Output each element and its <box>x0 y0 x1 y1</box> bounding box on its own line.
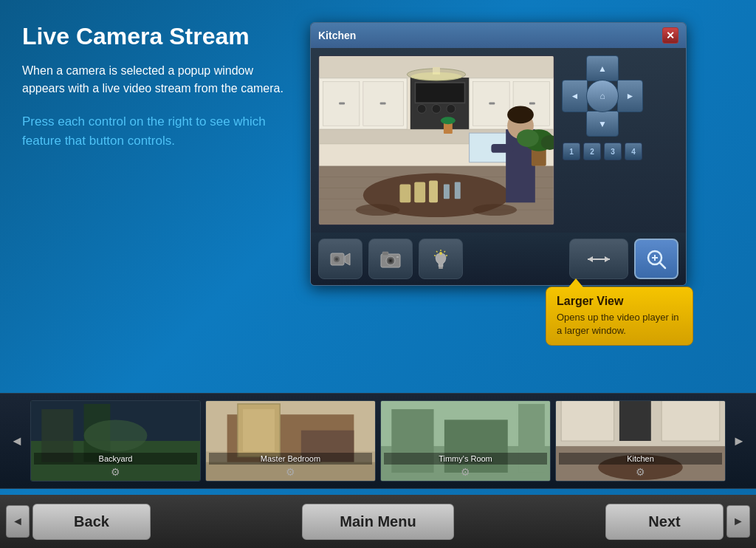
page-title: Live Camera Stream <box>22 22 295 50</box>
next-next-arrow[interactable]: ► <box>726 505 750 538</box>
svg-rect-29 <box>429 181 438 203</box>
svg-line-60 <box>444 251 446 253</box>
ptz-up-button[interactable]: ▲ <box>586 55 619 81</box>
tooltip: Larger View Opens up the video player in… <box>546 287 693 346</box>
svg-rect-30 <box>444 184 450 199</box>
svg-rect-31 <box>455 182 461 199</box>
svg-point-33 <box>473 204 517 216</box>
svg-point-55 <box>390 259 392 261</box>
svg-point-76 <box>84 419 148 451</box>
description-text: When a camera is selected a popup window… <box>22 62 295 97</box>
camera-thumbnail-kitchen[interactable]: Kitchen ⚙ <box>555 400 726 482</box>
ptz-controls: ▲ ▼ ◄ ► ⌂ 1 2 3 4 <box>562 55 643 225</box>
preset-buttons: 1 2 3 4 <box>563 143 642 160</box>
svg-rect-7 <box>380 102 386 104</box>
svg-rect-27 <box>399 184 410 202</box>
svg-point-50 <box>335 258 338 261</box>
svg-point-11 <box>417 104 426 113</box>
thumbnail-label-backyard: Backyard <box>34 453 197 465</box>
svg-point-45 <box>517 129 539 147</box>
ptz-left-button[interactable]: ◄ <box>562 80 588 112</box>
light-button[interactable] <box>419 239 463 279</box>
thumbnail-icon-master-bedroom: ⚙ <box>286 466 295 478</box>
tooltip-title: Larger View <box>557 295 682 308</box>
preset-2-button[interactable]: 2 <box>583 143 601 160</box>
preset-3-button[interactable]: 3 <box>604 143 622 160</box>
popup-toolbar: Larger View Opens up the video player in… <box>311 233 686 285</box>
svg-line-68 <box>660 262 666 268</box>
dpad: ▲ ▼ ◄ ► ⌂ <box>562 55 643 137</box>
svg-rect-10 <box>416 83 464 103</box>
svg-marker-66 <box>605 256 610 262</box>
zoom-button[interactable] <box>634 239 678 279</box>
instruction-text: Press each control on the right to see w… <box>22 112 295 150</box>
strip-left-arrow[interactable]: ◄ <box>6 394 28 488</box>
thumbnail-label-master-bedroom: Master Bedroom <box>209 453 372 465</box>
record-button[interactable] <box>318 239 362 279</box>
svg-point-32 <box>356 204 399 216</box>
svg-point-42 <box>410 72 461 81</box>
back-prev-arrow[interactable]: ◄ <box>6 505 30 538</box>
camera-popup: Kitchen ✕ <box>310 22 687 286</box>
thumbnail-label-timmys-room: Timmy's Room <box>384 453 547 465</box>
video-feed <box>318 55 554 225</box>
thumbnail-label-kitchen: Kitchen <box>559 453 722 465</box>
svg-point-58 <box>439 252 442 255</box>
svg-rect-95 <box>662 401 720 441</box>
popup-close-button[interactable]: ✕ <box>662 27 678 44</box>
svg-rect-94 <box>619 401 651 441</box>
svg-marker-48 <box>345 253 350 265</box>
next-button[interactable]: Next <box>605 504 724 540</box>
svg-rect-56 <box>396 256 399 258</box>
thumbnail-icon-backyard: ⚙ <box>111 466 120 478</box>
thumbnail-icon-kitchen: ⚙ <box>636 466 645 478</box>
ptz-down-button[interactable]: ▼ <box>586 111 619 137</box>
svg-rect-39 <box>491 144 513 153</box>
svg-rect-93 <box>561 401 614 441</box>
tooltip-description: Opens up the video player in a larger wi… <box>557 311 682 338</box>
strip-right-arrow[interactable]: ► <box>728 394 750 488</box>
stretch-button[interactable] <box>569 239 628 279</box>
preset-4-button[interactable]: 4 <box>625 143 642 160</box>
snapshot-button[interactable] <box>368 239 413 279</box>
thumbnail-icon-timmys-room: ⚙ <box>461 466 470 478</box>
back-button[interactable]: Back <box>32 504 151 540</box>
svg-rect-88 <box>444 419 508 473</box>
svg-rect-81 <box>243 409 275 451</box>
svg-line-62 <box>436 251 438 253</box>
popup-body: ▲ ▼ ◄ ► ⌂ 1 2 3 4 <box>311 48 686 233</box>
camera-thumbnail-timmys-room[interactable]: Timmy's Room ⚙ <box>380 400 551 482</box>
ptz-home-button[interactable]: ⌂ <box>586 80 619 112</box>
back-nav-group: ◄ Back <box>6 504 151 540</box>
svg-point-35 <box>441 117 456 124</box>
popup-titlebar: Kitchen ✕ <box>311 23 686 48</box>
svg-point-12 <box>432 104 441 113</box>
ptz-right-button[interactable]: ► <box>617 80 643 112</box>
camera-thumbnail-backyard[interactable]: Backyard ⚙ <box>30 400 201 482</box>
svg-marker-65 <box>588 256 593 262</box>
svg-rect-17 <box>489 102 495 104</box>
svg-point-38 <box>507 106 534 123</box>
svg-rect-28 <box>414 182 425 203</box>
preset-1-button[interactable]: 1 <box>563 143 580 160</box>
svg-point-13 <box>447 104 456 113</box>
svg-rect-57 <box>439 267 443 269</box>
next-nav-group: Next ► <box>605 504 750 540</box>
svg-rect-52 <box>382 252 388 256</box>
svg-rect-6 <box>339 102 345 104</box>
main-menu-button[interactable]: Main Menu <box>302 504 453 540</box>
bottom-nav: ◄ Back Main Menu Next ► <box>0 495 756 548</box>
camera-strip: ◄ Backyard ⚙ <box>0 393 756 489</box>
popup-title: Kitchen <box>318 30 356 41</box>
svg-rect-18 <box>529 102 535 104</box>
camera-thumbnail-master-bedroom[interactable]: Master Bedroom ⚙ <box>205 400 376 482</box>
